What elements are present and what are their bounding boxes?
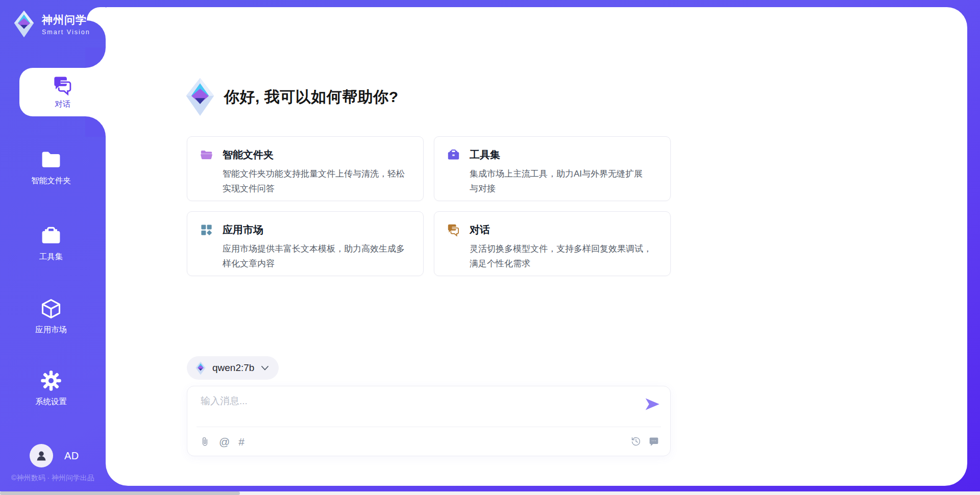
brand-name: 神州问学 bbox=[42, 13, 90, 27]
composer-tools-left: @ # bbox=[200, 436, 244, 447]
sidebar-item-label: 工具集 bbox=[39, 252, 63, 262]
sidebar-item-smart-folder[interactable]: 智能文件夹 bbox=[0, 148, 102, 186]
send-icon[interactable] bbox=[645, 398, 660, 411]
gear-icon bbox=[40, 369, 62, 392]
paperclip-icon[interactable] bbox=[200, 436, 210, 447]
sidebar-item-chat[interactable]: 对话 bbox=[19, 68, 106, 116]
card-toolbox[interactable]: 工具集 集成市场上主流工具，助力AI与外界无缝扩展与对接 bbox=[434, 136, 671, 201]
model-selector[interactable]: qwen2:7b bbox=[187, 356, 279, 380]
sidebar-item-settings[interactable]: 系统设置 bbox=[0, 369, 102, 407]
sidebar-item-label: 系统设置 bbox=[35, 397, 67, 407]
app: 神州问学 Smart Vision 对话 智能文件夹 bbox=[0, 0, 980, 495]
cube-icon bbox=[40, 298, 62, 320]
card-description: 灵活切换多模型文件，支持多样回复效果调试，满足个性化需求 bbox=[470, 241, 653, 271]
person-icon bbox=[34, 448, 49, 463]
gem-logo-icon bbox=[185, 76, 215, 118]
avatar bbox=[30, 444, 53, 467]
card-description: 应用市场提供丰富长文本模板，助力高效生成多样化文章内容 bbox=[223, 241, 406, 271]
card-title: 工具集 bbox=[470, 148, 500, 162]
folder-open-icon bbox=[200, 148, 213, 162]
gem-logo-icon bbox=[195, 361, 206, 375]
card-title: 智能文件夹 bbox=[223, 148, 274, 162]
horizontal-scrollbar-thumb[interactable] bbox=[0, 491, 240, 495]
sidebar-item-toolbox[interactable]: 工具集 bbox=[0, 225, 102, 262]
card-title: 对话 bbox=[470, 223, 490, 237]
active-tab-fillet-top bbox=[85, 47, 106, 68]
card-description: 智能文件夹功能支持批量文件上传与清洗，轻松实现文件问答 bbox=[223, 166, 406, 196]
at-icon[interactable]: @ bbox=[219, 436, 230, 447]
card-description: 集成市场上主流工具，助力AI与外界无缝扩展与对接 bbox=[470, 166, 647, 196]
toolbox-icon bbox=[447, 148, 460, 162]
chevron-down-icon bbox=[261, 366, 268, 370]
history-icon[interactable] bbox=[631, 436, 641, 447]
card-app-market[interactable]: 应用市场 应用市场提供丰富长文本模板，助力高效生成多样化文章内容 bbox=[187, 211, 424, 276]
brand-subtitle: Smart Vision bbox=[42, 29, 90, 36]
gem-logo-icon bbox=[12, 10, 36, 38]
user-profile[interactable]: AD bbox=[30, 444, 79, 467]
greeting: 你好, 我可以如何帮助你? bbox=[185, 76, 399, 118]
sidebar-item-label: 应用市场 bbox=[35, 325, 67, 335]
greeting-text: 你好, 我可以如何帮助你? bbox=[224, 87, 399, 108]
message-input[interactable] bbox=[201, 394, 629, 424]
sidebar-footer: ©神州数码 · 神州问学出品 bbox=[0, 474, 106, 483]
card-title: 应用市场 bbox=[223, 223, 263, 237]
sidebar-item-label: 智能文件夹 bbox=[31, 176, 71, 186]
user-initials: AD bbox=[64, 450, 79, 462]
folder-icon bbox=[40, 148, 62, 171]
card-smart-folder[interactable]: 智能文件夹 智能文件夹功能支持批量文件上传与清洗，轻松实现文件问答 bbox=[187, 136, 424, 201]
composer-toolbar: @ # bbox=[200, 427, 659, 456]
chat-icon bbox=[447, 223, 460, 237]
brand: 神州问学 Smart Vision bbox=[12, 10, 90, 38]
feature-cards: 智能文件夹 智能文件夹功能支持批量文件上传与清洗，轻松实现文件问答 工具集 集成… bbox=[187, 136, 671, 276]
grid-icon bbox=[200, 223, 213, 237]
horizontal-scrollbar-track[interactable] bbox=[0, 491, 980, 495]
active-tab-fillet-bottom bbox=[85, 116, 106, 137]
composer: @ # bbox=[187, 386, 671, 456]
sidebar-item-label: 对话 bbox=[55, 99, 71, 110]
sidebar: 神州问学 Smart Vision 对话 智能文件夹 bbox=[0, 0, 106, 495]
hash-icon[interactable]: # bbox=[238, 436, 244, 447]
toolbox-icon bbox=[40, 225, 62, 247]
model-name: qwen2:7b bbox=[212, 362, 254, 374]
composer-tools-right bbox=[631, 436, 659, 447]
comment-icon[interactable] bbox=[649, 436, 659, 447]
chat-icon bbox=[52, 75, 74, 96]
sidebar-item-app-market[interactable]: 应用市场 bbox=[0, 298, 102, 335]
card-chat[interactable]: 对话 灵活切换多模型文件，支持多样回复效果调试，满足个性化需求 bbox=[434, 211, 671, 276]
